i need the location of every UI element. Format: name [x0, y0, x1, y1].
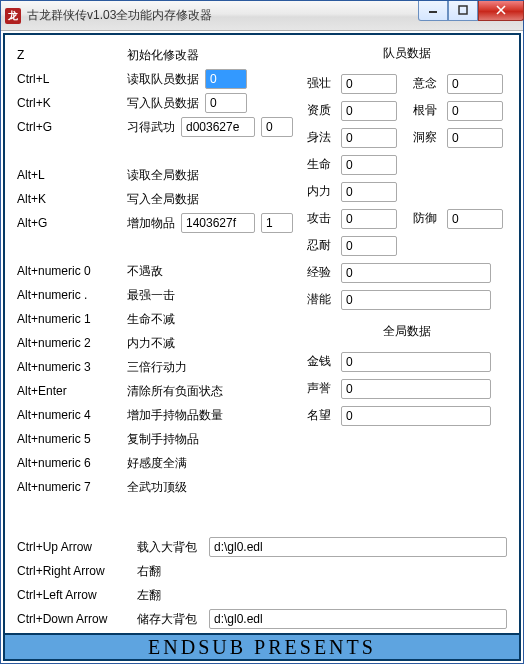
action-label: 最强一击 — [127, 287, 175, 304]
window-title: 古龙群侠传v1.03全功能内存修改器 — [27, 7, 418, 24]
action-label: 左翻 — [137, 587, 209, 604]
action-label: 储存大背包 — [137, 611, 209, 628]
bottom-row: Ctrl+Up Arrow载入大背包 — [17, 535, 507, 559]
hotkey-row: Alt+G增加物品 — [17, 211, 301, 235]
footer-banner: ENDSUB PRESENTS — [5, 633, 519, 659]
svg-rect-1 — [459, 6, 467, 14]
right-column: 队员数据 强壮意念资质根骨身法洞察生命内力攻击防御忍耐经验潜能 全局数据 金钱声… — [307, 43, 507, 531]
stat-label: 洞察 — [413, 129, 441, 146]
right-header-team: 队员数据 — [307, 45, 507, 62]
action-label: 不遇敌 — [127, 263, 163, 280]
stat-input[interactable] — [341, 236, 397, 256]
maximize-button[interactable] — [448, 1, 478, 21]
hotkey-row: Ctrl+K写入队员数据 — [17, 91, 301, 115]
action-label: 好感度全满 — [127, 455, 187, 472]
action-label: 内力不减 — [127, 335, 175, 352]
stat-label: 攻击 — [307, 210, 335, 227]
stat-input[interactable] — [447, 128, 503, 148]
close-button[interactable] — [478, 1, 524, 21]
window-buttons — [418, 1, 524, 21]
stat-row: 潜能 — [307, 286, 507, 313]
stat-input[interactable] — [341, 155, 397, 175]
value-input-2[interactable] — [261, 213, 293, 233]
global-input[interactable] — [341, 379, 491, 399]
hotkey-row: Alt+numeric 7全武功顶级 — [17, 475, 301, 499]
stat-input[interactable] — [447, 101, 503, 121]
global-data-grid: 金钱声誉名望 — [307, 348, 507, 429]
minimize-icon — [428, 5, 438, 15]
hotkey-row: Alt+numeric 0不遇敌 — [17, 259, 301, 283]
hotkey-row: Alt+Enter清除所有负面状态 — [17, 379, 301, 403]
stat-input[interactable] — [447, 209, 503, 229]
stat-input[interactable] — [447, 74, 503, 94]
team-data-grid: 强壮意念资质根骨身法洞察生命内力攻击防御忍耐经验潜能 — [307, 70, 507, 313]
action-label: 全武功顶级 — [127, 479, 187, 496]
action-label: 复制手持物品 — [127, 431, 199, 448]
value-input[interactable] — [205, 69, 247, 89]
stat-row: 经验 — [307, 259, 507, 286]
stat-input[interactable] — [341, 263, 491, 283]
hotkey-row: Ctrl+G习得武功 — [17, 115, 301, 139]
left-col1: Z — [17, 48, 127, 62]
hotkey-label: Alt+numeric . — [17, 288, 127, 302]
stat-input[interactable] — [341, 182, 397, 202]
action-label: 载入大背包 — [137, 539, 209, 556]
minimize-button[interactable] — [418, 1, 448, 21]
client-area: Z 初始化修改器 Ctrl+L读取队员数据Ctrl+K写入队员数据Ctrl+G习… — [1, 31, 523, 663]
app-icon: 龙 — [5, 8, 21, 24]
stat-label: 潜能 — [307, 291, 335, 308]
stat-label: 意念 — [413, 75, 441, 92]
stat-row: 忍耐 — [307, 232, 507, 259]
left-header-row: Z 初始化修改器 — [17, 43, 301, 67]
global-label: 声誉 — [307, 380, 335, 397]
stat-input[interactable] — [341, 101, 397, 121]
action-label: 写入队员数据 — [127, 95, 199, 112]
stat-label: 身法 — [307, 129, 335, 146]
stat-label: 资质 — [307, 102, 335, 119]
action-label: 习得武功 — [127, 119, 175, 136]
hotkey-row: Alt+numeric 5复制手持物品 — [17, 427, 301, 451]
global-input[interactable] — [341, 406, 491, 426]
hotkey-label: Alt+numeric 0 — [17, 264, 127, 278]
value-input[interactable] — [181, 213, 255, 233]
path-input[interactable] — [209, 537, 507, 557]
value-input[interactable] — [205, 93, 247, 113]
stat-row: 生命 — [307, 151, 507, 178]
value-input[interactable] — [181, 117, 255, 137]
hotkey-label: Alt+G — [17, 216, 127, 230]
hotkey-label: Alt+numeric 7 — [17, 480, 127, 494]
hotkey-label: Ctrl+L — [17, 72, 127, 86]
global-row: 声誉 — [307, 375, 507, 402]
stat-label: 忍耐 — [307, 237, 335, 254]
close-icon — [495, 5, 507, 15]
stat-row: 内力 — [307, 178, 507, 205]
hotkey-row: Alt+numeric 1生命不减 — [17, 307, 301, 331]
stat-input[interactable] — [341, 74, 397, 94]
bottom-row: Ctrl+Down Arrow储存大背包 — [17, 607, 507, 631]
stat-row: 攻击防御 — [307, 205, 507, 232]
global-label: 金钱 — [307, 353, 335, 370]
action-label: 增加手持物品数量 — [127, 407, 223, 424]
global-label: 名望 — [307, 407, 335, 424]
stat-label: 强壮 — [307, 75, 335, 92]
hotkey-row: Alt+numeric 2内力不减 — [17, 331, 301, 355]
bottom-rows: Ctrl+Up Arrow载入大背包Ctrl+Right Arrow右翻Ctrl… — [5, 535, 519, 633]
hotkey-label: Alt+numeric 3 — [17, 360, 127, 374]
stat-input[interactable] — [341, 290, 491, 310]
stat-input[interactable] — [341, 209, 397, 229]
stat-label: 内力 — [307, 183, 335, 200]
global-input[interactable] — [341, 352, 491, 372]
path-input[interactable] — [209, 609, 507, 629]
global-row: 名望 — [307, 402, 507, 429]
stat-label: 生命 — [307, 156, 335, 173]
hotkey-label: Ctrl+Down Arrow — [17, 612, 137, 626]
hotkey-label: Ctrl+Right Arrow — [17, 564, 137, 578]
value-input-2[interactable] — [261, 117, 293, 137]
hotkey-label: Alt+numeric 4 — [17, 408, 127, 422]
hotkey-label: Alt+L — [17, 168, 127, 182]
titlebar[interactable]: 龙 古龙群侠传v1.03全功能内存修改器 — [1, 1, 523, 31]
hotkey-label: Alt+numeric 6 — [17, 456, 127, 470]
action-label: 读取队员数据 — [127, 71, 199, 88]
stat-input[interactable] — [341, 128, 397, 148]
hotkey-label: Ctrl+G — [17, 120, 127, 134]
